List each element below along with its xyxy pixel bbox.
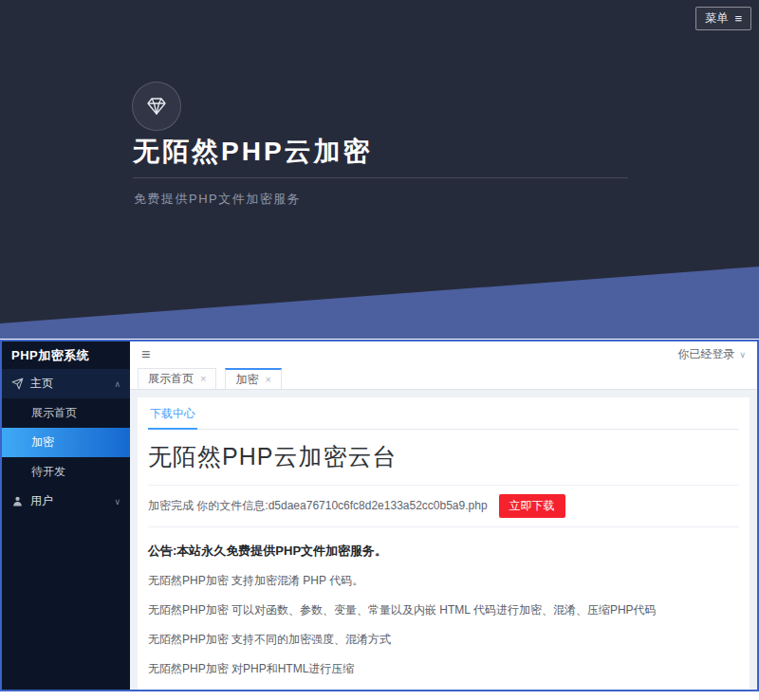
menu-button-label: 菜单 xyxy=(705,10,728,27)
sidebar-item-encrypt[interactable]: 加密 xyxy=(2,428,130,457)
hero-subtitle: 免费提供PHP文件加密服务 xyxy=(134,191,301,208)
chevron-down-icon: ∨ xyxy=(114,497,120,507)
login-status-label: 你已经登录 xyxy=(677,346,734,362)
encrypt-result-row: 加密完成 你的文件信息:d5daea76710c6fc8d2e133a52cc0… xyxy=(148,485,739,527)
hero-title: 无陌然PHP云加密 xyxy=(133,134,373,170)
diagonal-decoration xyxy=(0,261,759,339)
tab-show-home[interactable]: 展示首页 × xyxy=(138,368,216,389)
feature-line: 无陌然PHP加密 对PHP和HTML进行压缩 xyxy=(148,661,739,677)
result-filename: d5daea76710c6fc8d2e133a52cc0b5a9.php xyxy=(268,499,488,512)
result-prefix: 加密完成 你的文件信息: xyxy=(148,499,268,512)
encrypt-result-text: 加密完成 你的文件信息:d5daea76710c6fc8d2e133a52cc0… xyxy=(148,498,488,514)
download-card: 下载中心 无陌然PHP云加密云台 加密完成 你的文件信息:d5daea76710… xyxy=(138,397,750,690)
user-icon xyxy=(11,495,24,507)
sidebar-item-in-development[interactable]: 待开发 xyxy=(2,457,130,487)
menu-button[interactable]: 菜单 ≡ xyxy=(695,7,751,30)
hero-banner: 菜单 ≡ 无陌然PHP云加密 免费提供PHP文件加密服务 xyxy=(0,0,759,339)
close-icon[interactable]: × xyxy=(200,374,206,384)
paper-plane-icon xyxy=(11,378,24,390)
login-status[interactable]: 你已经登录 ∨ xyxy=(677,346,746,362)
content-area: 下载中心 无陌然PHP云加密云台 加密完成 你的文件信息:d5daea76710… xyxy=(130,390,757,690)
topbar: ≡ 你已经登录 ∨ xyxy=(130,341,757,367)
tab-encrypt[interactable]: 加密 × xyxy=(225,368,281,389)
hero-divider xyxy=(133,177,628,178)
sidebar-item-label: 待开发 xyxy=(31,465,65,478)
tab-label: 展示首页 xyxy=(148,371,194,387)
sidebar-item-label: 展示首页 xyxy=(31,406,77,419)
download-button[interactable]: 立即下载 xyxy=(499,494,565,518)
chevron-up-icon: ∧ xyxy=(114,379,120,389)
feature-line: 无陌然PHP加密 支持加密混淆 PHP 代码。 xyxy=(148,573,739,589)
feature-line: 无陌然PHP加密 可以对函数、参数、变量、常量以及内嵌 HTML 代码进行加密、… xyxy=(148,602,739,618)
admin-window: PHP加密系统 主页 ∧ 展示首页 加密 待开发 xyxy=(0,340,759,691)
sidebar-group-label: 用户 xyxy=(30,493,53,509)
hamburger-icon: ≡ xyxy=(734,12,742,25)
sidebar-item-show-home[interactable]: 展示首页 xyxy=(2,398,130,428)
sidebar-item-label: 加密 xyxy=(31,435,54,449)
sidebar-group-label: 主页 xyxy=(30,376,53,392)
page-title: 无陌然PHP云加密云台 xyxy=(148,441,739,472)
tab-download-center[interactable]: 下载中心 xyxy=(148,403,197,430)
notice-title: 公告:本站永久免费提供PHP文件加密服务。 xyxy=(148,543,739,560)
sidebar-group-user[interactable]: 用户 ∨ xyxy=(2,487,130,516)
card-tab-header: 下载中心 xyxy=(148,403,739,430)
tab-label: 加密 xyxy=(235,372,258,388)
gem-icon xyxy=(145,95,168,118)
sidebar-brand: PHP加密系统 xyxy=(2,341,130,369)
collapse-sidebar-icon[interactable]: ≡ xyxy=(141,347,150,362)
sidebar-group-home[interactable]: 主页 ∧ xyxy=(2,369,130,398)
gem-badge xyxy=(132,82,181,131)
feature-line: 无陌然PHP加密 支持不同的加密强度、混淆方式 xyxy=(148,632,739,648)
chevron-down-icon: ∨ xyxy=(739,350,746,359)
main-area: ≡ 你已经登录 ∨ 展示首页 × 加密 × 下载中心 无陌然PHP云加密云台 xyxy=(130,341,757,690)
close-icon[interactable]: × xyxy=(265,375,270,385)
tab-bar: 展示首页 × 加密 × xyxy=(130,367,757,390)
sidebar: PHP加密系统 主页 ∧ 展示首页 加密 待开发 xyxy=(2,341,130,690)
